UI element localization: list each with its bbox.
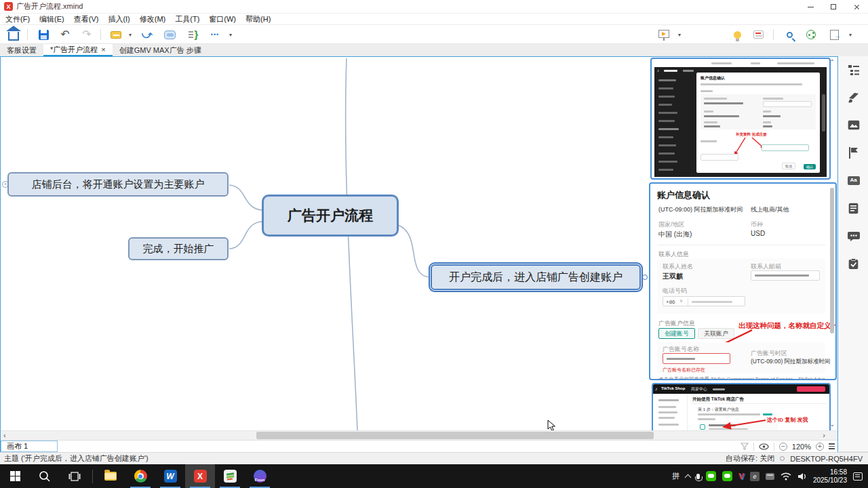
redo-button[interactable]: ↷ <box>79 28 95 41</box>
card-icon <box>753 30 764 39</box>
presentation-dropdown[interactable]: ▾ <box>675 28 684 41</box>
attached-image-account-confirm-overview[interactable]: ♪ <box>650 58 831 180</box>
scrollbar-thumb[interactable] <box>256 432 654 439</box>
search-button[interactable] <box>783 28 796 41</box>
sticker-panel-button[interactable]: Aa <box>847 174 860 187</box>
volume-icon[interactable] <box>797 472 807 481</box>
attached-image-account-confirm-detail[interactable]: 账户信息确认 (UTC-09:00) 阿拉斯加标准时间 线上电商/其他 国家/地… <box>649 182 837 380</box>
comment-bubble-icon <box>848 231 860 242</box>
menu-view[interactable]: 查看(V) <box>74 14 99 24</box>
close-button[interactable] <box>845 0 868 14</box>
insert-image-button[interactable] <box>847 119 860 131</box>
horizontal-scrollbar[interactable]: ‹ › <box>1 430 837 440</box>
tab-ad-account-flow[interactable]: *广告开户流程 × <box>43 44 113 56</box>
v-app-tray-icon[interactable]: V <box>738 472 744 481</box>
scroll-left-arrow[interactable]: ‹ <box>3 431 6 439</box>
mindmap-canvas[interactable]: + 店铺后台，将开通账户设置为主要账户 完成，开始推广 广告开户流程 开户完成后… <box>1 57 837 430</box>
topic-open-account-done[interactable]: 开户完成后，进入店铺广告创建账户 <box>431 264 641 290</box>
e-app-tray-icon[interactable]: e <box>750 472 760 481</box>
menu-edit[interactable]: 编辑(E) <box>39 14 64 24</box>
format-panel-button[interactable] <box>847 91 860 104</box>
menu-insert[interactable]: 插入(I) <box>108 14 130 24</box>
taskbar-editor-app[interactable] <box>215 464 245 488</box>
document-tab-bar: 客服设置 *广告开户流程 × 创建GMV MAX广告 步骤 <box>0 44 868 56</box>
microphone-tray-icon[interactable] <box>696 474 700 479</box>
topic-handle[interactable] <box>642 274 648 280</box>
outline-panel-button[interactable] <box>847 63 860 76</box>
scroll-right-arrow[interactable]: › <box>823 431 825 439</box>
boundary-button[interactable] <box>161 28 178 41</box>
export-dropdown[interactable]: ▾ <box>846 28 854 41</box>
menu-tools[interactable]: 工具(T) <box>175 14 199 24</box>
taskbar-chrome[interactable] <box>125 464 155 488</box>
tab-customer-service[interactable]: 客服设置 <box>0 44 43 56</box>
minimize-button[interactable] <box>799 0 822 14</box>
menu-modify[interactable]: 修改(M) <box>140 14 166 24</box>
topic-icon <box>111 31 121 39</box>
summary-button[interactable]: } <box>184 28 202 41</box>
fit-menu-icon[interactable] <box>829 443 835 449</box>
save-button[interactable] <box>35 28 52 41</box>
comments-panel-button[interactable] <box>847 230 860 243</box>
zoom-in-button[interactable]: + <box>816 443 824 451</box>
topic-shop-backend[interactable]: 店铺后台，将开通账户设置为主要账户 <box>7 172 229 197</box>
scroll-up-arrow[interactable]: ⌃ <box>829 58 835 66</box>
menu-window[interactable]: 窗口(W) <box>209 14 236 24</box>
scroll-down-arrow[interactable]: ⌄ <box>829 420 835 428</box>
menu-help[interactable]: 帮助(H) <box>245 14 271 24</box>
tab-gmv-max-steps[interactable]: 创建GMV MAX广告 步骤 <box>113 44 208 56</box>
chevron-down-icon: ▾ <box>849 32 852 38</box>
device-name: DESKTOP-RQ5H4FV <box>790 455 863 463</box>
start-button[interactable] <box>0 464 30 488</box>
scrollbar <box>830 188 834 333</box>
share-icon <box>806 30 816 39</box>
menu-bar: 文件(F) 编辑(E) 查看(V) 插入(I) 修改(M) 工具(T) 窗口(W… <box>0 14 868 25</box>
more-icon: ••• <box>211 31 219 38</box>
tab-close-icon[interactable]: × <box>101 45 105 54</box>
central-topic[interactable]: 广告开户流程 <box>262 195 399 237</box>
more-tools-dropdown[interactable]: ▾ <box>226 28 235 41</box>
sheet-tab-canvas1[interactable]: 画布 1 <box>1 441 58 452</box>
attached-image-tiktok-ads-start[interactable]: ♪ TikTok Shop 商家中心 开始使用 TikTok 商店广告 第 1 … <box>652 383 831 430</box>
relationship-button[interactable]: ⤻ <box>138 28 156 41</box>
zen-mode-button[interactable] <box>751 28 765 41</box>
taskbar-file-explorer[interactable] <box>96 464 125 488</box>
foun-app-icon: Foun <box>254 470 267 483</box>
taskbar-foun-app[interactable]: Foun <box>245 464 275 488</box>
filter-icon[interactable] <box>741 443 749 451</box>
eye-icon[interactable] <box>759 443 769 450</box>
wifi-icon[interactable] <box>781 472 791 481</box>
insert-topic-button[interactable] <box>108 28 123 41</box>
topic-finish-promote[interactable]: 完成，开始推广 <box>128 237 229 260</box>
export-button[interactable] <box>827 28 841 41</box>
terms-checkbox-row: 点击此表示您同意接受 TikTok Commercial Terms of Se… <box>658 376 825 380</box>
notes-panel-button[interactable] <box>847 202 860 215</box>
zoom-out-button[interactable]: − <box>779 443 787 451</box>
home-button[interactable] <box>5 28 22 41</box>
undo-button[interactable]: ↶ <box>57 28 73 41</box>
toolbar: ↶ ↷ ▾ ⤻ } ••• ▾ ▾ ▾ <box>0 25 868 44</box>
presentation-button[interactable] <box>656 28 671 41</box>
taskbar-w-app[interactable]: W <box>155 464 185 488</box>
maximize-button[interactable] <box>822 0 845 14</box>
share-button[interactable] <box>804 28 818 41</box>
more-tools-button[interactable]: ••• <box>206 28 224 41</box>
task-panel-button[interactable] <box>847 258 860 270</box>
insert-topic-dropdown[interactable]: ▾ <box>126 28 134 41</box>
autosave-status[interactable]: 自动保存: 关闭 <box>726 453 774 464</box>
clock[interactable]: 16:58 2025/10/23 <box>813 468 847 485</box>
ime-indicator[interactable]: 拼 <box>672 471 679 481</box>
hidden-icons-button[interactable] <box>686 473 690 480</box>
taskbar-search-button[interactable] <box>30 464 60 488</box>
wechat-work-tray-icon[interactable] <box>722 471 732 481</box>
ad-name-error: 广告账号名称已存在 <box>663 367 705 373</box>
device-tray-icon[interactable] <box>766 473 774 480</box>
time: 16:58 <box>830 468 847 476</box>
tips-button[interactable] <box>731 28 743 41</box>
menu-file[interactable]: 文件(F) <box>5 14 30 24</box>
taskbar-xmind[interactable]: X <box>185 464 215 488</box>
action-center-button[interactable] <box>853 472 863 481</box>
marker-panel-button[interactable] <box>847 146 860 159</box>
wechat-tray-icon[interactable] <box>706 471 716 481</box>
task-view-button[interactable] <box>60 464 90 488</box>
